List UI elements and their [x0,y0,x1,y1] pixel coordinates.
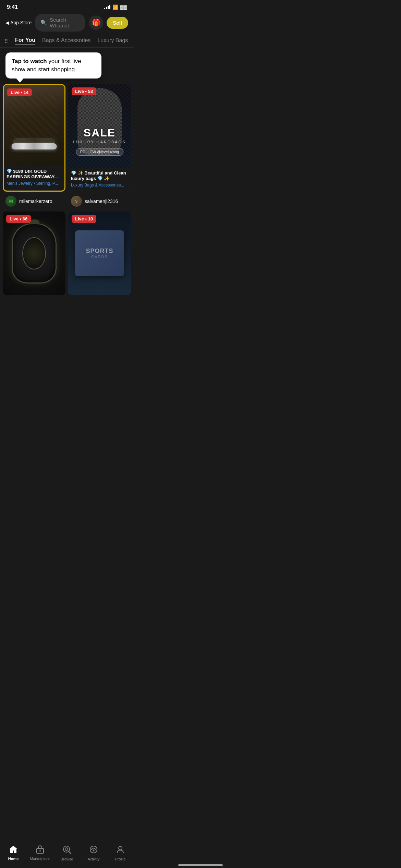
gift-icon: 🎁 [92,19,100,27]
tab-luxury-bags[interactable]: Luxury Bags [97,37,128,45]
category-tabs: ⠿ For You Bags & Accessories Luxury Bags [0,35,134,48]
stream-grid: Live • 14 💎 $180 14K GOLD EARRINGS GIVEA… [0,81,134,192]
sale-big-text: SALE [68,126,131,139]
follow-badge[interactable]: FOLLOW @leveluxbag [76,148,123,156]
status-icons: 📶 ▓▓ [104,4,127,10]
live-badge-3: Live • 66 [6,215,31,223]
card-info-1: 💎 $180 14K GOLD EARRINGS GIVEAWAY... Men… [4,166,64,190]
wifi-icon: 📶 [112,4,118,10]
stream-card-2[interactable]: SALE LUXURY HANDBAGS FOLLOW @leveluxbag … [68,84,131,192]
status-bar: 9:41 📶 ▓▓ [0,0,134,12]
seller-info-2[interactable]: S salvamenji2316 [68,192,131,209]
back-link[interactable]: ◀ App Store [5,20,32,25]
card-subtitle-1: Men's Jewelry • Sterling, P... [7,181,62,186]
stream-thumb-4: SPORTS CARDS [68,212,131,295]
sale-sub-text: LUXURY HANDBAGS [68,140,131,144]
seller-row-1: M milemarkerzero S salvamenji2316 [0,192,134,209]
stream-card-3[interactable]: Live • 66 [3,212,65,295]
search-icon: 🔍 [40,20,47,26]
tooltip-wrapper[interactable]: Tap to watch your first live show and st… [5,52,128,79]
stream-thumb-2: SALE LUXURY HANDBAGS FOLLOW @leveluxbag [68,84,131,168]
tooltip-bold: Tap to watch [12,58,47,64]
search-placeholder: Search Whatnot [50,17,80,28]
seller-avatar-1: M [5,196,16,207]
signal-icon [104,5,110,9]
tab-for-you[interactable]: For You [15,37,35,45]
stream-thumb-1 [4,85,64,166]
back-arrow-icon: ◀ [5,20,9,25]
seller-name-1: milemarkerzero [19,198,52,204]
tooltip-bubble: Tap to watch your first live show and st… [5,52,101,79]
live-badge-2: Live • 53 [72,87,96,95]
card-subtitle-2: Luxury Bags & Accessories... [71,183,128,188]
stream-grid-2: Live • 66 SPORTS CARDS Live • 10 [0,209,134,295]
back-label: App Store [10,20,32,25]
card-title-2: 💎 ✨ Beautiful and Clean luxury bags 💎 ✨ [71,170,128,182]
live-badge-4: Live • 10 [72,215,96,223]
battery-icon: ▓▓ [120,5,127,10]
top-bar: ◀ App Store 🔍 Search Whatnot 🎁 Sell [0,12,134,35]
stream-thumb-3 [3,212,65,295]
sale-text-area: SALE LUXURY HANDBAGS [68,126,131,144]
tab-bags-accessories[interactable]: Bags & Accessories [42,37,90,45]
seller-avatar-2: S [71,196,82,207]
card-info-2: 💎 ✨ Beautiful and Clean luxury bags 💎 ✨ … [68,168,131,192]
tooltip-arrow [16,78,24,83]
stream-card-1[interactable]: Live • 14 💎 $180 14K GOLD EARRINGS GIVEA… [3,84,65,192]
sell-button[interactable]: Sell [107,17,128,29]
stream-card-4[interactable]: SPORTS CARDS Live • 10 [68,212,131,295]
status-time: 9:41 [7,4,18,10]
seller-name-2: salvamenji2316 [85,198,118,204]
gift-button[interactable]: 🎁 [89,15,103,30]
search-bar[interactable]: 🔍 Search Whatnot [35,14,85,32]
grid-icon[interactable]: ⠿ [4,38,8,45]
card-title-1: 💎 $180 14K GOLD EARRINGS GIVEAWAY... [7,169,62,180]
live-badge-1: Live • 14 [7,88,32,96]
seller-info-1[interactable]: M milemarkerzero [3,192,65,209]
